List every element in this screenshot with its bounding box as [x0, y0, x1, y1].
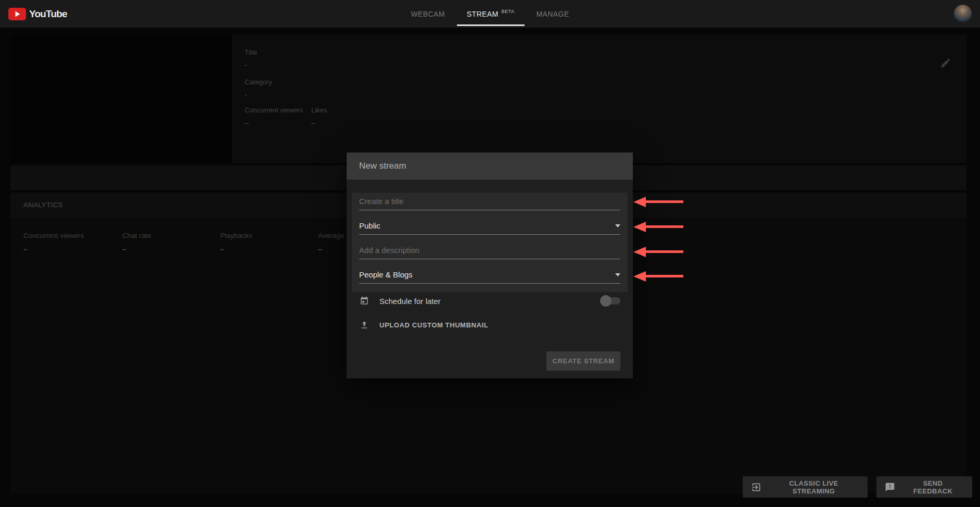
likes-label: Likes [311, 106, 327, 114]
tab-webcam[interactable]: WEBCAM [411, 10, 444, 18]
chevron-down-icon [615, 273, 620, 276]
stream-description-input[interactable] [359, 246, 620, 255]
upload-icon [360, 320, 369, 329]
video-placeholder [10, 34, 232, 163]
concurrent-viewers-value: – [245, 119, 249, 127]
concurrent-viewers-label: Concurrent viewers [245, 106, 303, 114]
send-feedback-label: SEND FEEDBACK [903, 479, 963, 495]
privacy-select[interactable]: Public [359, 210, 620, 235]
schedule-row: Schedule for later [360, 295, 620, 307]
new-stream-dialog: New stream Public People & Blogs Schedul… [347, 153, 633, 378]
category-value: People & Blogs [359, 270, 413, 279]
edit-pencil-icon[interactable] [940, 57, 951, 69]
classic-live-streaming-button[interactable]: CLASSIC LIVE STREAMING [743, 476, 868, 498]
annotation-arrow-privacy [633, 222, 683, 232]
brand-wordmark: YouTube [29, 8, 67, 20]
primary-tabs: WEBCAM STREAMBETA MANAGE [411, 0, 569, 28]
classic-live-streaming-label: CLASSIC LIVE STREAMING [769, 479, 858, 495]
youtube-live-dashboard: YouTube WEBCAM STREAMBETA MANAGE Title -… [0, 0, 980, 507]
title-value: - [245, 61, 247, 69]
stream-info-panel: Title - Category - Concurrent viewers Li… [10, 34, 966, 163]
chevron-down-icon [615, 224, 620, 227]
dialog-form: Public People & Blogs [352, 193, 628, 292]
annotation-arrow-title [633, 197, 683, 207]
exit-to-app-icon [751, 482, 761, 492]
schedule-toggle[interactable] [602, 297, 620, 305]
youtube-logo[interactable]: YouTube [8, 0, 67, 28]
beta-badge: BETA [502, 9, 515, 14]
stream-title-input[interactable] [359, 197, 620, 206]
likes-value: – [311, 119, 315, 127]
send-feedback-button[interactable]: SEND FEEDBACK [876, 476, 972, 498]
tab-manage[interactable]: MANAGE [536, 10, 569, 18]
annotation-arrow-description [633, 247, 683, 257]
create-stream-button[interactable]: CREATE STREAM [546, 351, 620, 371]
avatar[interactable] [954, 5, 972, 22]
dialog-title: New stream [347, 153, 633, 180]
youtube-play-icon [8, 8, 26, 20]
category-label: Category [245, 78, 272, 86]
tab-stream[interactable]: STREAMBETA [467, 10, 515, 18]
upload-thumbnail-button[interactable]: UPLOAD CUSTOM THUMBNAIL [360, 319, 620, 331]
toggle-knob [600, 295, 612, 307]
category-select[interactable]: People & Blogs [359, 259, 620, 284]
topbar: YouTube WEBCAM STREAMBETA MANAGE [0, 0, 980, 28]
schedule-label: Schedule for later [379, 297, 441, 306]
annotation-arrow-category [633, 271, 683, 282]
calendar-icon [360, 296, 369, 306]
feedback-icon [885, 482, 895, 492]
upload-thumbnail-label: UPLOAD CUSTOM THUMBNAIL [379, 321, 488, 329]
category-value: - [245, 91, 247, 99]
privacy-value: Public [359, 221, 380, 230]
tab-stream-label: STREAM [467, 10, 499, 18]
title-label: Title [245, 48, 257, 56]
